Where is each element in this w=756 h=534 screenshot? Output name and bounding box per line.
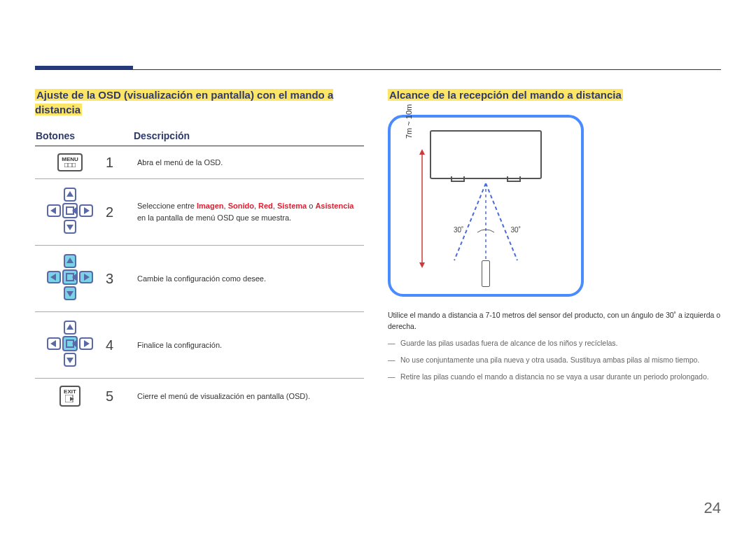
angle-right: 30˚ xyxy=(511,226,521,234)
bullet-note: No use conjuntamente una pila nueva y ot… xyxy=(388,354,724,365)
step-desc: Finalice la configuración. xyxy=(133,312,364,379)
range-arrow-icon xyxy=(417,149,427,268)
tv-icon xyxy=(430,130,542,179)
step-number: 4 xyxy=(105,312,133,379)
dpad-active-icon xyxy=(35,246,105,312)
angle-left: 30˚ xyxy=(454,226,463,234)
section-heading-osd: Ajuste de la OSD (visualización en panta… xyxy=(35,87,364,117)
step-desc: Cambie la configuración como desee. xyxy=(133,246,364,312)
remote-range-section: Alcance de la recepción del mando a dist… xyxy=(388,87,724,382)
svg-marker-37 xyxy=(70,397,74,401)
range-diagram: 7m ~ 10m 30˚ 30˚ xyxy=(388,115,584,297)
page-number: 24 xyxy=(704,499,721,517)
menu-button-icon: MENU xyxy=(35,146,105,179)
step-number: 5 xyxy=(105,379,133,414)
top-rule-accent xyxy=(35,66,133,69)
th-buttons: Botones xyxy=(35,129,105,146)
svg-line-38 xyxy=(454,183,486,260)
step-desc: Seleccione entre Imagen, Sonido, Red, Si… xyxy=(133,179,364,246)
svg-rect-0 xyxy=(64,163,76,167)
exit-button-icon: EXIT xyxy=(35,379,105,414)
bullet-note: Retire las pilas cuando el mando a dista… xyxy=(388,371,724,382)
top-rule xyxy=(35,69,721,70)
dpad-icon xyxy=(35,179,105,246)
section-heading-range: Alcance de la recepción del mando a dist… xyxy=(388,87,724,102)
range-label: 7m ~ 10m xyxy=(405,104,413,139)
remote-icon xyxy=(482,260,490,287)
usage-note: Utilice el mando a distancia a 7-10 metr… xyxy=(388,309,724,332)
dpad-icon xyxy=(35,312,105,379)
th-description: Descripción xyxy=(133,129,364,146)
svg-marker-42 xyxy=(419,149,425,155)
svg-marker-43 xyxy=(419,262,425,268)
step-number: 2 xyxy=(105,179,133,246)
manual-page: Ajuste de la OSD (visualización en panta… xyxy=(0,0,756,534)
osd-adjust-section: Ajuste de la OSD (visualización en panta… xyxy=(35,87,364,414)
step-number: 1 xyxy=(105,146,133,179)
step-desc: Cierre el menú de visualización en panta… xyxy=(133,379,364,414)
svg-line-39 xyxy=(486,183,517,260)
buttons-table: Botones Descripción MENU 1 Abra el menú … xyxy=(35,129,364,414)
bullet-note: Guarde las pilas usadas fuera de alcance… xyxy=(388,337,724,349)
step-number: 3 xyxy=(105,246,133,312)
step-desc: Abra el menú de la OSD. xyxy=(133,146,364,179)
